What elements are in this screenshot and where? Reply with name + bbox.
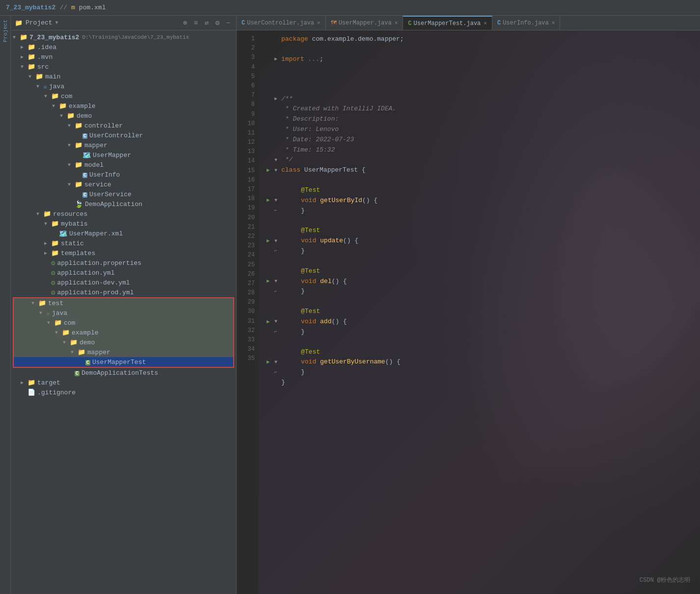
tree-model[interactable]: ▼ 📁 model	[11, 160, 236, 170]
tree-static[interactable]: ▶ 📁 static	[11, 238, 236, 248]
add-icon[interactable]: ⊕	[181, 19, 189, 27]
tab-usermapper[interactable]: 🗺 UserMapper.java ×	[326, 16, 404, 30]
tab-close-usermappertest[interactable]: ×	[484, 21, 487, 26]
project-panel-header: 📁 Project ▼ ⊕ ≡ ⇄ ⚙ −	[11, 16, 236, 30]
userinfo-label: UserInfo	[89, 171, 120, 179]
tree-app-props[interactable]: ⚙ application.properties	[11, 258, 236, 268]
tree-test-mapper[interactable]: ▼ 📁 mapper	[14, 347, 233, 357]
fold-javadoc[interactable]: ▶	[274, 95, 281, 103]
dropdown-icon[interactable]: ▼	[55, 20, 58, 26]
minimize-icon[interactable]: −	[224, 19, 232, 27]
project-panel: 📁 Project ▼ ⊕ ≡ ⇄ ⚙ − ▼ 📁 7_23_mybatis2 …	[11, 16, 237, 594]
tab-usercontroller[interactable]: C UserController.java ×	[237, 16, 326, 30]
sidebar-project-label[interactable]: Project	[2, 20, 8, 42]
tree-root[interactable]: ▼ 📁 7_23_mybatis2 D:\Training\JavaCode\7…	[11, 32, 236, 42]
title-project: 7_23_mybatis2	[6, 4, 55, 11]
main-label: main	[45, 73, 60, 80]
tree-com[interactable]: ▼ 📁 com	[11, 91, 236, 101]
tree-test-example[interactable]: ▼ 📁 example	[14, 328, 233, 337]
test-demo-label: demo	[80, 339, 95, 346]
mvn-label: .mvn	[37, 53, 53, 61]
tree-mapper[interactable]: ▼ 📁 mapper	[11, 140, 236, 150]
tree-demo[interactable]: ▼ 📁 demo	[11, 111, 236, 121]
code-line-8: * Created with IntelliJ IDEA.	[267, 104, 692, 114]
tree-test-com[interactable]: ▼ 📁 com	[14, 318, 233, 328]
run-method-21[interactable]: ▶	[267, 237, 274, 246]
tab-usermappertest[interactable]: C UserMapperTest.java ×	[403, 16, 492, 30]
tree-idea[interactable]: ▶ 📁 .idea	[11, 42, 236, 52]
tab-close-usermapper[interactable]: ×	[395, 20, 398, 26]
tree-mybatis[interactable]: ▼ 📁 mybatis	[11, 219, 236, 229]
code-line-12: * Time: 15:32	[267, 145, 692, 155]
code-line-7: ▶ /**	[267, 94, 692, 104]
code-content[interactable]: package com.example.demo.mapper; ▶ impor…	[259, 30, 700, 594]
tree-userinfo[interactable]: C UserInfo	[11, 170, 236, 180]
file-tree: ▼ 📁 7_23_mybatis2 D:\Training\JavaCode\7…	[11, 30, 236, 594]
app-yml-label: application.yml	[57, 269, 114, 277]
tree-demoapplicationtests[interactable]: C DemoApplicationTests	[11, 368, 236, 378]
fold-method-21[interactable]: ▼	[274, 237, 281, 245]
tree-app-dev-yml[interactable]: ⚙ application-dev.yml	[11, 278, 236, 287]
java-label: java	[49, 83, 64, 90]
tab-usermappertest-label: UserMapperTest.java	[413, 20, 481, 27]
tree-gitignore[interactable]: 📄 .gitignore	[11, 387, 236, 397]
run-method-25[interactable]: ▶	[267, 277, 274, 286]
tree-controller[interactable]: ▼ 📁 controller	[11, 121, 236, 130]
collapse-icon[interactable]: ⇄	[203, 19, 211, 27]
demoapplicationtests-label: DemoApplicationTests	[81, 369, 158, 377]
tree-target[interactable]: ▶ 📁 target	[11, 378, 236, 387]
tree-main[interactable]: ▼ 📁 main	[11, 72, 236, 81]
tree-mvn[interactable]: ▶ 📁 .mvn	[11, 52, 236, 62]
src-label: src	[37, 63, 49, 71]
tree-demoapplication[interactable]: 🍃 DemoApplication	[11, 199, 236, 209]
tree-test[interactable]: ▼ 📁 test	[14, 298, 233, 308]
fold-method-17[interactable]: ▼	[274, 197, 281, 205]
tree-usermapper[interactable]: 🗺️ UserMapper	[11, 150, 236, 160]
fold-class-body[interactable]: ▼	[274, 167, 281, 175]
tab-close-usercontroller[interactable]: ×	[317, 20, 321, 26]
code-line-1: package com.example.demo.mapper;	[267, 34, 692, 45]
fold-import[interactable]: ▶	[274, 55, 281, 63]
tab-userinfo-c-icon: C	[497, 20, 501, 26]
fold-method-29[interactable]: ▼	[274, 318, 281, 326]
tab-userinfo[interactable]: C UserInfo.java ×	[492, 16, 560, 30]
code-line-18: ⌐ }	[267, 206, 692, 216]
tree-test-demo[interactable]: ▼ 📁 demo	[14, 337, 233, 347]
code-line-31	[267, 337, 692, 347]
tree-usercontroller[interactable]: C UserController	[11, 130, 236, 140]
run-class[interactable]: ▶	[267, 166, 274, 175]
tab-close-userinfo[interactable]: ×	[552, 20, 555, 26]
editor-tabs: C UserController.java × 🗺 UserMapper.jav…	[237, 16, 700, 30]
tree-test-java[interactable]: ▼ ☕ java	[14, 308, 233, 318]
tree-usermappertest[interactable]: C UserMapperTest	[14, 357, 233, 367]
tree-src[interactable]: ▼ 📁 src	[11, 62, 236, 72]
tree-userservice[interactable]: C UserService	[11, 189, 236, 199]
settings-icon[interactable]: ⚙	[214, 19, 221, 27]
tree-service[interactable]: ▼ 📁 service	[11, 180, 236, 189]
fold-method-33[interactable]: ▼	[274, 359, 281, 366]
title-bar: 7_23_mybatis2 // m pom.xml	[0, 0, 700, 16]
run-method-17[interactable]: ▶	[267, 196, 274, 205]
fold-class[interactable]: ▼	[274, 156, 281, 164]
code-area: 12345 678910 1112131415 1617181920 21222…	[237, 30, 700, 594]
panel-title-label: Project	[26, 19, 53, 26]
usercontroller-label: UserController	[89, 132, 143, 139]
tree-usermapper-xml[interactable]: 🗺️ UserMapper.xml	[11, 229, 236, 238]
code-line-33: ▶ ▼ void getUserByUsername() {	[267, 357, 692, 367]
tree-app-prod-yml[interactable]: ⚙ application-prod.yml	[11, 287, 236, 297]
resources-label: resources	[53, 210, 87, 218]
model-label: model	[84, 161, 104, 169]
run-method-29[interactable]: ▶	[267, 318, 274, 327]
tree-example[interactable]: ▼ 📁 example	[11, 101, 236, 111]
test-label: test	[48, 300, 63, 307]
run-method-33[interactable]: ▶	[267, 358, 274, 367]
tree-app-yml[interactable]: ⚙ application.yml	[11, 268, 236, 278]
fold-method-25[interactable]: ▼	[274, 278, 281, 285]
tab-usermapper-label: UserMapper.java	[339, 20, 392, 26]
tree-templates[interactable]: ▶ 📁 templates	[11, 248, 236, 258]
example-label: example	[69, 103, 96, 110]
list-icon[interactable]: ≡	[192, 19, 200, 27]
tree-resources[interactable]: ▼ 📁 resources	[11, 209, 236, 219]
code-line-6	[267, 84, 692, 94]
tree-java[interactable]: ▼ ☕ java	[11, 81, 236, 91]
